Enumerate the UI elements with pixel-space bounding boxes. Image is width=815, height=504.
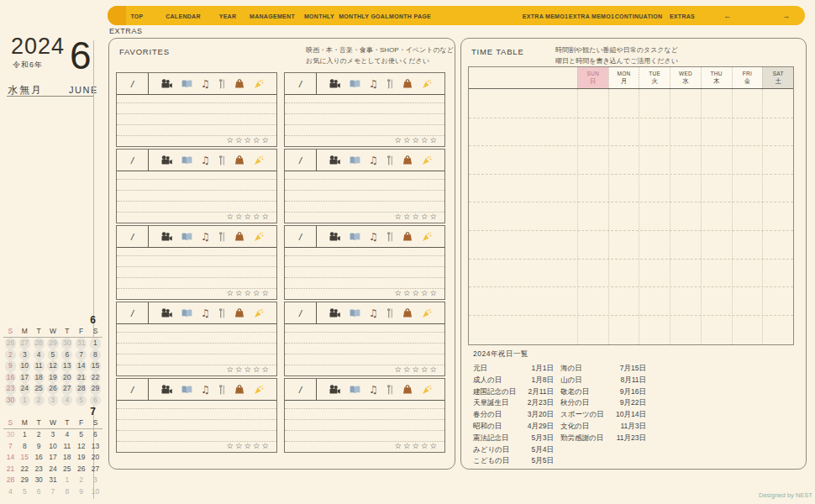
- date-cell[interactable]: 24: [18, 383, 32, 395]
- date-cell[interactable]: 28: [32, 338, 46, 349]
- music-notes-icon[interactable]: ♫: [369, 308, 378, 318]
- memo-star-rating[interactable]: ☆☆☆☆☆: [226, 135, 271, 144]
- fork-knife-icon[interactable]: [218, 308, 226, 318]
- date-cell[interactable]: 26: [74, 464, 88, 475]
- movie-camera-icon[interactable]: [161, 385, 172, 395]
- date-cell[interactable]: 27: [18, 338, 32, 349]
- memo-star-rating[interactable]: ☆☆☆☆☆: [226, 212, 271, 221]
- party-popper-icon[interactable]: [254, 79, 264, 89]
- memo-date-slash[interactable]: /: [285, 150, 317, 171]
- date-cell[interactable]: 4: [60, 395, 74, 407]
- date-cell[interactable]: 28: [3, 475, 18, 486]
- memo-writing-line[interactable]: [117, 408, 276, 409]
- open-book-icon[interactable]: [350, 79, 360, 89]
- open-book-icon[interactable]: [181, 155, 192, 165]
- memo-date-slash[interactable]: /: [285, 379, 317, 400]
- handbag-icon[interactable]: [402, 385, 413, 395]
- memo-writing-line[interactable]: [117, 255, 276, 256]
- memo-date-slash[interactable]: /: [117, 73, 149, 94]
- date-cell[interactable]: 28: [74, 383, 88, 395]
- open-book-icon[interactable]: [181, 232, 192, 242]
- music-notes-icon[interactable]: ♫: [201, 385, 210, 395]
- handbag-icon[interactable]: [402, 155, 413, 165]
- date-cell[interactable]: 29: [46, 338, 60, 349]
- memo-writing-line[interactable]: [117, 113, 276, 114]
- nav-tab-continuation[interactable]: CONTINUATION: [615, 13, 663, 18]
- memo-writing-line[interactable]: [285, 343, 444, 344]
- date-cell[interactable]: 9: [74, 486, 88, 498]
- handbag-icon[interactable]: [234, 308, 244, 318]
- music-notes-icon[interactable]: ♫: [201, 79, 210, 89]
- party-popper-icon[interactable]: [422, 79, 432, 89]
- favorites-memo-box[interactable]: /♫☆☆☆☆☆: [116, 149, 277, 223]
- memo-writing-line[interactable]: [117, 332, 276, 333]
- date-cell[interactable]: 25: [32, 383, 46, 395]
- date-cell[interactable]: 13: [60, 360, 74, 372]
- fork-knife-icon[interactable]: [386, 385, 394, 395]
- movie-camera-icon[interactable]: [329, 308, 340, 318]
- memo-writing-line[interactable]: [285, 354, 444, 354]
- handbag-icon[interactable]: [234, 79, 244, 89]
- memo-writing-line[interactable]: [285, 430, 444, 431]
- memo-date-slash[interactable]: /: [117, 150, 149, 171]
- date-cell[interactable]: 3: [46, 429, 60, 441]
- date-cell[interactable]: 1: [18, 395, 32, 407]
- date-cell[interactable]: 4: [3, 486, 18, 498]
- date-cell[interactable]: 21: [3, 464, 18, 475]
- nav-tab-extras[interactable]: EXTRAS: [670, 13, 695, 18]
- nav-tab-extra-memo1[interactable]: EXTRA MEMO1: [523, 13, 568, 18]
- date-cell[interactable]: 21: [74, 372, 88, 384]
- date-cell[interactable]: 15: [88, 360, 103, 372]
- date-cell[interactable]: 16: [3, 372, 18, 384]
- fork-knife-icon[interactable]: [386, 79, 394, 89]
- nav-tab-year[interactable]: YEAR: [219, 13, 237, 18]
- date-cell[interactable]: 9: [3, 360, 18, 372]
- date-cell[interactable]: 6: [32, 486, 46, 498]
- memo-writing-line[interactable]: [285, 124, 444, 125]
- memo-writing-line[interactable]: [285, 113, 444, 114]
- date-cell[interactable]: 31: [74, 338, 88, 349]
- movie-camera-icon[interactable]: [161, 155, 172, 165]
- favorites-memo-box[interactable]: /♫☆☆☆☆☆: [284, 302, 445, 376]
- date-cell[interactable]: 2: [74, 475, 88, 486]
- memo-star-rating[interactable]: ☆☆☆☆☆: [394, 365, 439, 374]
- date-cell[interactable]: 1: [88, 338, 103, 349]
- movie-camera-icon[interactable]: [329, 79, 340, 89]
- date-cell[interactable]: 23: [3, 383, 18, 395]
- party-popper-icon[interactable]: [422, 232, 432, 242]
- open-book-icon[interactable]: [350, 232, 360, 242]
- fork-knife-icon[interactable]: [386, 155, 394, 165]
- memo-writing-line[interactable]: [117, 190, 276, 191]
- date-cell[interactable]: 12: [74, 441, 88, 453]
- memo-date-slash[interactable]: /: [117, 379, 149, 400]
- favorites-memo-box[interactable]: /♫☆☆☆☆☆: [284, 225, 445, 300]
- music-notes-icon[interactable]: ♫: [369, 79, 378, 89]
- nav-tab-monthly[interactable]: MONTHLY: [304, 13, 334, 18]
- memo-date-slash[interactable]: /: [117, 226, 149, 247]
- date-cell[interactable]: 31: [46, 475, 60, 486]
- date-cell[interactable]: 27: [60, 383, 74, 395]
- handbag-icon[interactable]: [234, 232, 244, 242]
- handbag-icon[interactable]: [402, 232, 413, 242]
- movie-camera-icon[interactable]: [161, 308, 172, 318]
- memo-writing-line[interactable]: [117, 419, 276, 420]
- date-cell[interactable]: 20: [88, 452, 103, 464]
- music-notes-icon[interactable]: ♫: [201, 155, 210, 165]
- open-book-icon[interactable]: [181, 385, 192, 395]
- date-cell[interactable]: 3: [88, 475, 103, 486]
- date-cell[interactable]: 5: [74, 395, 88, 407]
- fork-knife-icon[interactable]: [386, 232, 394, 242]
- party-popper-icon[interactable]: [422, 385, 432, 395]
- memo-date-slash[interactable]: /: [285, 226, 317, 247]
- memo-date-slash[interactable]: /: [285, 73, 317, 94]
- party-popper-icon[interactable]: [422, 308, 432, 318]
- date-cell[interactable]: 5: [18, 486, 32, 498]
- date-cell[interactable]: 3: [18, 349, 32, 361]
- date-cell[interactable]: 7: [74, 349, 88, 361]
- nav-arrow-left[interactable]: ←: [723, 12, 731, 20]
- fork-knife-icon[interactable]: [386, 308, 394, 318]
- date-cell[interactable]: 14: [3, 452, 18, 464]
- nav-tab-extra-memo1[interactable]: EXTRA MEMO1: [569, 13, 614, 18]
- open-book-icon[interactable]: [181, 79, 192, 89]
- movie-camera-icon[interactable]: [161, 232, 172, 242]
